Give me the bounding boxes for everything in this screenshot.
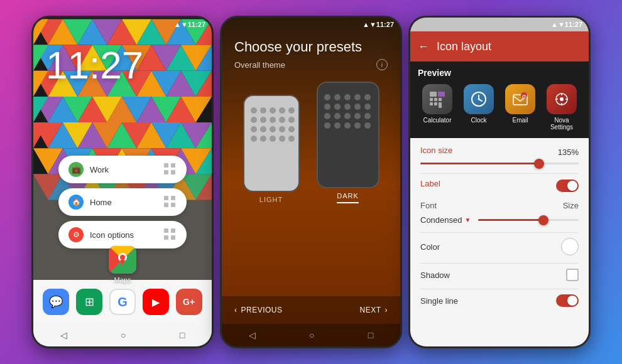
single-line-label: Single line — [420, 296, 458, 306]
svg-rect-102 — [434, 102, 437, 105]
nav2-home[interactable]: ○ — [309, 330, 314, 340]
screen2-signal: ▲▼ — [363, 21, 376, 28]
next-label: NEXT — [359, 306, 381, 314]
icon-size-title: Icon size — [420, 146, 452, 155]
preview-nova-label: Nova Settings — [543, 117, 580, 131]
preview-app-clock: Clock — [461, 84, 497, 131]
screen3-phone: ▲▼ 11:27 ← Icon layout Preview — [408, 16, 591, 348]
screen1-clock: 11:27 — [46, 43, 143, 87]
divider2 — [420, 232, 579, 233]
prev-chevron: ‹ — [234, 306, 237, 314]
folder-work-icon: 💼 — [68, 162, 84, 177]
screen1-signal: ▲▼ — [174, 21, 188, 28]
condensed-label-text: Condensed — [420, 215, 462, 225]
icon-size-row: Icon size 135% — [420, 146, 579, 164]
screen1-inner: ▲▼ 11:27 11:27 💼 Work — [33, 18, 212, 346]
preview-clock-label: Clock — [471, 117, 486, 124]
screen3-topbar: ← Icon layout — [410, 31, 589, 62]
svg-rect-103 — [439, 102, 442, 108]
icon-size-thumb[interactable] — [534, 159, 544, 169]
dock-app-hangouts[interactable]: 💬 — [43, 289, 69, 315]
preview-nova-icon — [547, 84, 577, 114]
nav2-recent[interactable]: □ — [368, 330, 373, 340]
preview-email-label: Email — [512, 117, 528, 124]
label-title: Label — [420, 179, 440, 188]
svg-point-94 — [120, 255, 125, 260]
prev-label: PREVIOUS — [241, 306, 283, 314]
folder-home-grid — [164, 196, 177, 208]
preview-label: Preview — [418, 68, 581, 78]
condensed-slider[interactable] — [478, 219, 579, 221]
svg-point-107 — [478, 99, 480, 100]
color-label: Color — [420, 242, 440, 252]
screen1-folders: 💼 Work 🏠 Home — [58, 156, 187, 249]
font-row: Font Size — [420, 201, 579, 210]
settings-section: Icon size 135% — [410, 138, 589, 346]
svg-rect-96 — [430, 92, 437, 97]
folder-options-grid — [164, 228, 177, 241]
screen2-header: Choose your presets Overall theme i — [222, 31, 400, 75]
divider3 — [420, 263, 579, 264]
screen2-bottom-nav: ‹ PREVIOUS NEXT › — [222, 296, 400, 324]
dock-app-youtube[interactable]: ▶ — [143, 289, 169, 315]
folder-options-label: Icon options — [90, 230, 134, 240]
theme-options: LIGHT — [222, 75, 400, 203]
screen2-statusbar: ▲▼ 11:27 — [222, 18, 400, 31]
preview-calc-label: Calculator — [423, 117, 451, 124]
folder-icon-options[interactable]: ⚙ Icon options — [58, 221, 187, 249]
next-button[interactable]: NEXT › — [359, 306, 388, 314]
theme-light[interactable]: LIGHT — [243, 95, 300, 203]
shadow-row: Shadow — [420, 269, 579, 281]
dock-app-sheets[interactable]: ⊞ — [76, 289, 102, 315]
color-row: Color — [420, 238, 579, 255]
screen1-phone: ▲▼ 11:27 11:27 💼 Work — [31, 16, 214, 348]
condensed-thumb[interactable] — [538, 215, 548, 225]
single-line-toggle[interactable] — [556, 294, 579, 307]
dock-app-gplus[interactable]: G+ — [176, 289, 202, 315]
label-toggle[interactable] — [556, 179, 579, 192]
size-label: Size — [563, 201, 579, 210]
screen1-maps[interactable]: Maps — [109, 246, 136, 284]
preview-app-email: @ Email — [502, 84, 538, 131]
screens-container: ▲▼ 11:27 11:27 💼 Work — [19, 3, 603, 361]
nav-back[interactable]: ◁ — [60, 330, 67, 340]
screen2-inner: ▲▼ 11:27 Choose your presets Overall the… — [222, 18, 400, 346]
shadow-checkbox[interactable] — [566, 269, 579, 281]
preview-email-icon: @ — [505, 84, 535, 114]
preview-section: Preview — [410, 62, 589, 138]
label-row: Label — [420, 179, 579, 192]
folder-work-grid — [164, 163, 177, 176]
dock-app-google[interactable]: G — [109, 289, 136, 315]
folder-home-label: Home — [90, 198, 112, 207]
nav2-back[interactable]: ◁ — [249, 330, 256, 340]
svg-text:@: @ — [522, 94, 527, 99]
folder-work[interactable]: 💼 Work — [58, 156, 187, 183]
screen2-phone: ▲▼ 11:27 Choose your presets Overall the… — [220, 16, 402, 348]
toggle-knob — [567, 181, 577, 191]
folder-options-icon: ⚙ — [68, 227, 84, 242]
condensed-dropdown-icon[interactable]: ▼ — [465, 217, 471, 223]
icon-size-slider[interactable] — [420, 163, 579, 164]
color-picker[interactable] — [561, 238, 579, 255]
screen1-statusbar: ▲▼ 11:27 — [33, 18, 212, 31]
phone-mockup-dark — [317, 82, 379, 188]
phone-mockup-light — [243, 95, 300, 192]
screen1-dock: 💬 ⊞ G ▶ G+ — [33, 280, 212, 324]
divider4 — [420, 289, 579, 289]
back-arrow-icon[interactable]: ← — [418, 40, 429, 53]
theme-dark[interactable]: DARK — [317, 82, 379, 203]
screen3-content: Preview — [410, 62, 589, 346]
info-icon[interactable]: i — [376, 59, 388, 70]
nav-recent[interactable]: □ — [180, 330, 185, 340]
prev-button[interactable]: ‹ PREVIOUS — [234, 306, 283, 314]
svg-rect-99 — [434, 98, 437, 101]
nav-home[interactable]: ○ — [121, 330, 126, 340]
screen1-navbar: ◁ ○ □ — [33, 324, 212, 346]
icon-size-value: 135% — [558, 147, 579, 157]
screen2-navbar: ◁ ○ □ — [222, 324, 400, 346]
screen2-subtitle: Overall theme — [234, 60, 285, 70]
folder-home[interactable]: 🏠 Home — [58, 188, 187, 216]
svg-rect-97 — [438, 92, 445, 97]
screen3-title: Icon layout — [437, 40, 491, 53]
screen3-signal: ▲▼ — [551, 21, 565, 28]
